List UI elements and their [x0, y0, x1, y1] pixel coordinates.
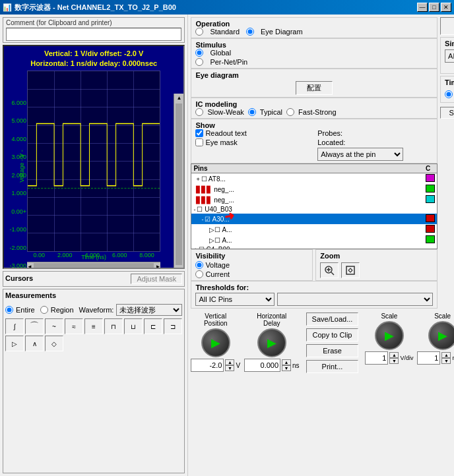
comment-input[interactable]: [6, 28, 181, 41]
vert-scale-up[interactable]: ▲: [389, 352, 399, 358]
table-row[interactable]: +☐ AT8...: [191, 173, 437, 185]
spice-options-button[interactable]: SPICE Options...: [440, 107, 454, 119]
waveform-select[interactable]: 未选择波形: [116, 304, 182, 316]
sipi-cosim-link[interactable]: SI/PI Co-Sim: [445, 64, 454, 71]
vert-scale-input-group: ▲ ▼ V/div: [365, 351, 413, 365]
zoom-box: Zoom: [315, 249, 438, 281]
typical-radio[interactable]: [248, 108, 256, 116]
minimize-button[interactable]: —: [417, 3, 428, 12]
auto-radio[interactable]: [445, 90, 453, 98]
table-row[interactable]: +☐ C4_B00...: [191, 245, 437, 249]
vert-scale-down[interactable]: ▼: [389, 358, 399, 364]
scroll-right-arrow[interactable]: ►: [155, 264, 160, 269]
vertical-scale-knob[interactable]: ▶: [375, 321, 404, 350]
readout-text-checkbox[interactable]: [195, 129, 203, 137]
pins-table-container[interactable]: Pins C +☐ AT8... ▊▊▊ neg_...: [191, 164, 438, 249]
current-radio[interactable]: [195, 270, 203, 278]
scroll-up[interactable]: ▲: [175, 94, 183, 102]
located-select[interactable]: Always at the pin At driver At receiver: [317, 148, 403, 161]
thresholds-detail-select[interactable]: [277, 293, 433, 306]
horiz-delay-up[interactable]: ▲: [282, 359, 291, 365]
meas-icon-12[interactable]: ◇: [45, 336, 63, 351]
meas-icon-10[interactable]: ▷: [5, 336, 24, 351]
meas-icon-4[interactable]: ≈: [65, 318, 83, 334]
horiz-delay-down[interactable]: ▼: [282, 365, 291, 371]
eye-diagram-radio[interactable]: [246, 28, 254, 36]
h-scrollbar[interactable]: ◄ ►: [27, 262, 160, 269]
vert-pos-input[interactable]: [191, 359, 224, 372]
meas-icon-5[interactable]: ≡: [84, 318, 103, 334]
show-box: Show Readout text Eye mask: [191, 119, 438, 164]
horiz-delay-input-group: ▲ ▼ ns: [244, 359, 300, 372]
region-label: Region: [51, 306, 74, 314]
horiz-delay-input[interactable]: [244, 359, 280, 372]
erase-button[interactable]: Erase: [306, 344, 359, 357]
vertical-position-knob[interactable]: ▶: [201, 328, 230, 357]
scroll-left-arrow[interactable]: ◄: [27, 264, 32, 269]
print-button[interactable]: Print...: [306, 360, 359, 373]
table-row[interactable]: ▊▊▊ neg_...: [191, 184, 437, 194]
fast-strong-radio[interactable]: [286, 108, 294, 116]
meas-icon-7[interactable]: ⊔: [124, 318, 143, 334]
standard-radio[interactable]: [195, 28, 203, 36]
meas-icon-6[interactable]: ⊓: [104, 318, 123, 334]
zoom-fit-button[interactable]: [341, 262, 360, 278]
start-sim-button[interactable]: 启动仿真: [440, 17, 454, 35]
table-row[interactable]: ▷☐ A...: [191, 224, 437, 235]
table-row[interactable]: ▷☐ A...: [191, 235, 437, 245]
cursors-title: Cursors: [5, 274, 33, 282]
horiz-scale-spinners: ▲ ▼: [441, 352, 451, 364]
ic-modeling-title: IC modeling: [195, 100, 237, 108]
horiz-scale-down[interactable]: ▼: [441, 358, 451, 364]
per-net-radio[interactable]: [195, 58, 203, 66]
zoom-in-button[interactable]: [320, 262, 339, 278]
vert-scale-input[interactable]: [365, 351, 388, 365]
copy-to-clip-button[interactable]: Copy to Clip: [306, 328, 359, 342]
vert-pos-up[interactable]: ▲: [225, 359, 234, 365]
right-controls: Operation Standard Eye Diagram Stimulus …: [191, 17, 438, 309]
close-button[interactable]: ✕: [441, 3, 451, 12]
entire-radio[interactable]: [5, 306, 13, 314]
waveform-label: Waveform:: [79, 306, 114, 314]
simulator-select[interactable]: ADMS HSpice Spectre: [445, 49, 454, 63]
current-label: Current: [205, 270, 230, 278]
located-label: Located:: [317, 138, 433, 146]
vert-pos-down[interactable]: ▼: [225, 365, 234, 371]
bottom-controls: VerticalPosition ▶ ▲ ▼ V HorizontalDelay: [191, 312, 454, 373]
meas-icon-8[interactable]: ⊏: [144, 318, 162, 334]
horiz-scale-input[interactable]: [417, 351, 440, 365]
simulator-box: Simulator ADMS HSpice Spectre SI/PI Co-S…: [440, 37, 454, 74]
table-row[interactable]: ▊▊▊ neg_...: [191, 194, 437, 205]
global-radio[interactable]: [195, 49, 203, 57]
eye-mask-checkbox[interactable]: [195, 138, 203, 146]
config-button[interactable]: 配置: [296, 81, 333, 95]
svg-line-1: [331, 272, 334, 275]
h-scroll-thumb[interactable]: [34, 263, 154, 269]
region-radio-group: Region: [40, 306, 74, 314]
vert-scale-unit: V/div: [400, 355, 413, 361]
maximize-button[interactable]: □: [429, 3, 439, 12]
slow-weak-radio[interactable]: [195, 108, 203, 116]
eye-diagram-title: Eye diagram: [195, 71, 238, 79]
horiz-scale-up[interactable]: ▲: [441, 352, 451, 358]
meas-icon-9[interactable]: ⊐: [164, 318, 182, 334]
meas-icon-11[interactable]: ∧: [25, 336, 44, 351]
horizontal-delay-knob[interactable]: ▶: [257, 328, 286, 357]
meas-icon-1[interactable]: ∫: [5, 318, 24, 334]
vert-pos-label: VerticalPosition: [204, 312, 228, 327]
scroll-down[interactable]: ▼: [175, 266, 183, 269]
stimulus-title: Stimulus: [195, 41, 226, 49]
meas-icon-3[interactable]: ~: [45, 318, 63, 334]
horiz-delay-unit: ns: [292, 362, 300, 369]
horizontal-scale-knob[interactable]: ▶: [428, 321, 454, 350]
save-load-button[interactable]: Save/Load...: [306, 312, 359, 326]
adjust-mask-button[interactable]: Adjust Mask: [131, 274, 182, 284]
stimulus-box: Stimulus Global Per-Net/Pin: [191, 38, 438, 69]
thresholds-select[interactable]: All IC Pins Custom: [195, 293, 275, 306]
region-radio[interactable]: [40, 306, 48, 314]
eye-diagram-label: Eye Diagram: [261, 28, 303, 36]
voltage-radio[interactable]: [195, 261, 203, 269]
meas-icon-2[interactable]: ⌒: [25, 318, 44, 334]
scroll-thumb[interactable]: [176, 104, 182, 265]
scroll-right[interactable]: ▲ ▼: [174, 94, 183, 269]
